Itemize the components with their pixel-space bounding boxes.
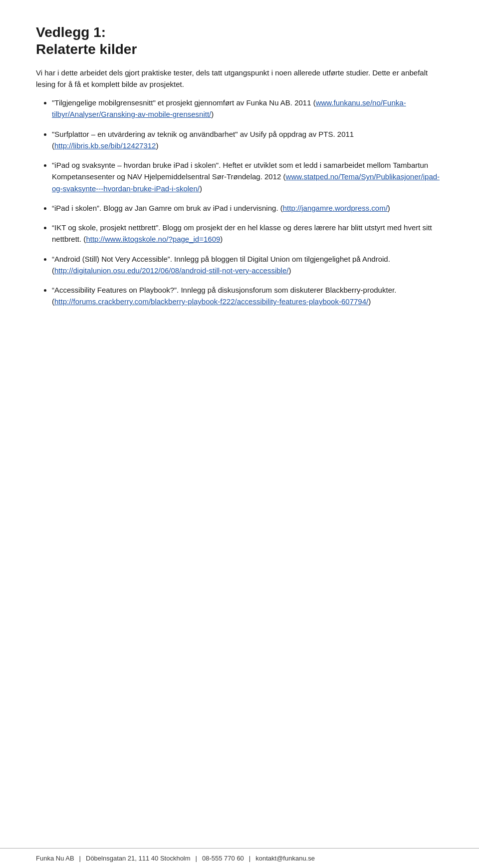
list-item: "Tilgjengelige mobilgrensesnitt" et pros… [52,97,443,120]
page-footer: Funka Nu AB | Döbelnsgatan 21, 111 40 St… [0,848,479,868]
source-1-text-after: ) [211,110,214,118]
list-item: “IKT og skole, prosjekt nettbrett”. Blog… [52,222,443,245]
source-2-link[interactable]: http://libris.kb.se/bib/12427312 [54,141,156,150]
footer-separator-1: | [79,855,81,862]
footer-email: kontakt@funkanu.se [255,855,315,862]
footer-address: Döbelnsgatan 21, 111 40 Stockholm [86,855,191,862]
source-4-text-before: “iPad i skolen”. Blogg av Jan Gamre om b… [52,204,283,212]
list-item: "Surfplattor – en utvärdering av teknik … [52,128,443,152]
source-6-link[interactable]: http://digitalunion.osu.edu/2012/06/08/a… [54,266,288,275]
source-5-text-after: ) [220,235,223,243]
list-item: “Accessibility Features on Playbook?”. I… [52,284,443,308]
footer-separator-2: | [196,855,197,862]
list-item: “iPad i skolen”. Blogg av Jan Gamre om b… [52,202,443,214]
footer-phone: 08-555 770 60 [202,855,244,862]
source-5-link[interactable]: http://www.iktogskole.no/?page_id=1609 [86,235,220,243]
page-content: Vedlegg 1: Relaterte kilder Vi har i det… [0,0,479,848]
source-4-text-after: ) [388,204,390,212]
list-item: "iPad og svaksynte – hvordan bruke iPad … [52,159,443,194]
source-3-text-after: ) [200,184,202,193]
intro-paragraph: Vi har i dette arbeidet dels gjort prakt… [36,67,443,90]
source-4-link[interactable]: http://jangamre.wordpress.com/ [283,204,388,212]
page-title: Vedlegg 1: Relaterte kilder [36,24,443,57]
source-6-text-after: ) [288,266,291,275]
source-7-text-after: ) [368,297,371,306]
footer-company: Funka Nu AB [36,855,74,862]
sources-list: "Tilgjengelige mobilgrensesnitt" et pros… [52,97,443,308]
list-item: “Android (Still) Not Very Accessible”. I… [52,253,443,277]
footer-separator-3: | [249,855,250,862]
source-2-text-after: ) [156,141,158,150]
source-1-text-before: "Tilgjengelige mobilgrensesnitt" et pros… [52,98,316,107]
source-7-link[interactable]: http://forums.crackberry.com/blackberry-… [54,297,368,306]
